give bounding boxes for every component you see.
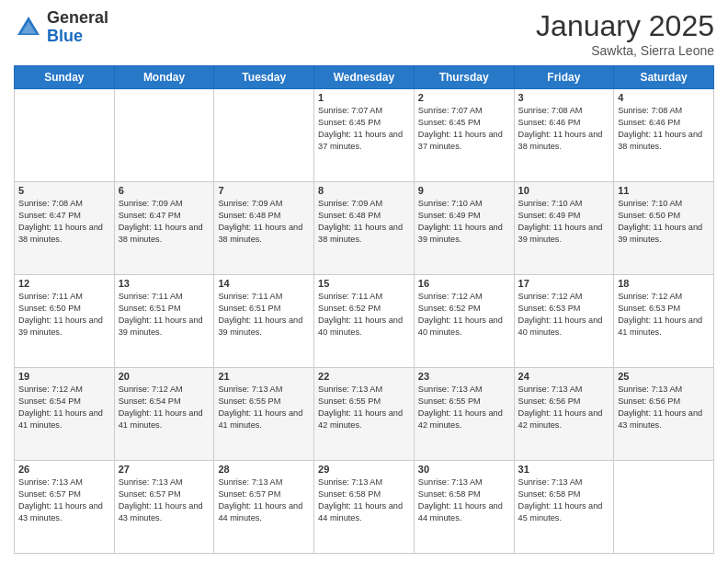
calendar-cell: 24Sunrise: 7:13 AM Sunset: 6:56 PM Dayli… [514, 368, 614, 461]
calendar-cell: 7Sunrise: 7:09 AM Sunset: 6:48 PM Daylig… [214, 182, 314, 275]
day-number: 12 [18, 278, 110, 289]
day-info: Sunrise: 7:13 AM Sunset: 6:55 PM Dayligh… [418, 384, 510, 431]
day-info: Sunrise: 7:13 AM Sunset: 6:56 PM Dayligh… [618, 384, 710, 431]
day-info: Sunrise: 7:08 AM Sunset: 6:46 PM Dayligh… [618, 105, 710, 153]
day-number: 29 [318, 464, 410, 475]
day-info: Sunrise: 7:13 AM Sunset: 6:55 PM Dayligh… [218, 384, 310, 431]
calendar-cell: 8Sunrise: 7:09 AM Sunset: 6:48 PM Daylig… [314, 182, 415, 275]
logo: General Blue [14, 9, 108, 46]
day-number: 3 [518, 92, 610, 103]
day-info: Sunrise: 7:13 AM Sunset: 6:57 PM Dayligh… [18, 477, 110, 524]
calendar-cell [214, 89, 314, 182]
calendar-cell: 23Sunrise: 7:13 AM Sunset: 6:55 PM Dayli… [414, 368, 514, 461]
weekday-header-monday: Monday [114, 66, 214, 89]
day-number: 20 [119, 371, 210, 382]
weekday-header-row: SundayMondayTuesdayWednesdayThursdayFrid… [15, 66, 714, 89]
weekday-header-thursday: Thursday [414, 66, 514, 89]
day-info: Sunrise: 7:12 AM Sunset: 6:54 PM Dayligh… [119, 384, 210, 431]
logo-icon [14, 13, 43, 42]
day-number: 23 [418, 371, 510, 382]
title-block: January 2025 Sawkta, Sierra Leone [536, 9, 714, 58]
day-number: 10 [518, 185, 610, 196]
day-number: 24 [518, 371, 610, 382]
day-info: Sunrise: 7:12 AM Sunset: 6:54 PM Dayligh… [18, 384, 110, 431]
day-number: 25 [618, 371, 710, 382]
day-info: Sunrise: 7:13 AM Sunset: 6:57 PM Dayligh… [218, 477, 310, 524]
day-info: Sunrise: 7:07 AM Sunset: 6:45 PM Dayligh… [418, 105, 510, 153]
logo-text: General Blue [47, 9, 108, 46]
day-number: 15 [318, 278, 410, 289]
day-number: 21 [218, 371, 310, 382]
day-info: Sunrise: 7:13 AM Sunset: 6:58 PM Dayligh… [518, 477, 610, 524]
day-info: Sunrise: 7:07 AM Sunset: 6:45 PM Dayligh… [318, 105, 410, 153]
day-info: Sunrise: 7:13 AM Sunset: 6:56 PM Dayligh… [518, 384, 610, 431]
day-info: Sunrise: 7:10 AM Sunset: 6:50 PM Dayligh… [618, 198, 710, 246]
day-info: Sunrise: 7:11 AM Sunset: 6:52 PM Dayligh… [318, 291, 410, 339]
day-number: 28 [218, 464, 310, 475]
week-row-1: 5Sunrise: 7:08 AM Sunset: 6:47 PM Daylig… [15, 182, 714, 275]
calendar-cell: 25Sunrise: 7:13 AM Sunset: 6:56 PM Dayli… [614, 368, 714, 461]
day-number: 8 [318, 185, 410, 196]
calendar-cell: 11Sunrise: 7:10 AM Sunset: 6:50 PM Dayli… [614, 182, 714, 275]
title-location: Sawkta, Sierra Leone [536, 43, 714, 58]
day-info: Sunrise: 7:11 AM Sunset: 6:50 PM Dayligh… [18, 291, 110, 339]
day-number: 2 [418, 92, 510, 103]
weekday-header-tuesday: Tuesday [214, 66, 314, 89]
calendar-cell: 13Sunrise: 7:11 AM Sunset: 6:51 PM Dayli… [114, 275, 214, 368]
day-number: 7 [218, 185, 310, 196]
calendar-cell: 5Sunrise: 7:08 AM Sunset: 6:47 PM Daylig… [15, 182, 115, 275]
calendar-table: SundayMondayTuesdayWednesdayThursdayFrid… [14, 65, 714, 554]
calendar-cell: 6Sunrise: 7:09 AM Sunset: 6:47 PM Daylig… [114, 182, 214, 275]
day-number: 26 [18, 464, 110, 475]
calendar-cell: 16Sunrise: 7:12 AM Sunset: 6:52 PM Dayli… [414, 275, 514, 368]
day-info: Sunrise: 7:13 AM Sunset: 6:58 PM Dayligh… [418, 477, 510, 524]
week-row-3: 19Sunrise: 7:12 AM Sunset: 6:54 PM Dayli… [15, 368, 714, 461]
calendar-cell: 28Sunrise: 7:13 AM Sunset: 6:57 PM Dayli… [214, 461, 314, 554]
day-info: Sunrise: 7:08 AM Sunset: 6:47 PM Dayligh… [18, 198, 110, 246]
day-info: Sunrise: 7:10 AM Sunset: 6:49 PM Dayligh… [418, 198, 510, 246]
week-row-2: 12Sunrise: 7:11 AM Sunset: 6:50 PM Dayli… [15, 275, 714, 368]
weekday-header-wednesday: Wednesday [314, 66, 415, 89]
calendar-cell: 14Sunrise: 7:11 AM Sunset: 6:51 PM Dayli… [214, 275, 314, 368]
day-info: Sunrise: 7:13 AM Sunset: 6:57 PM Dayligh… [119, 477, 210, 524]
calendar-cell: 22Sunrise: 7:13 AM Sunset: 6:55 PM Dayli… [314, 368, 415, 461]
calendar-cell: 21Sunrise: 7:13 AM Sunset: 6:55 PM Dayli… [214, 368, 314, 461]
calendar-cell: 4Sunrise: 7:08 AM Sunset: 6:46 PM Daylig… [614, 89, 714, 182]
logo-general-text: General [47, 9, 108, 28]
title-month: January 2025 [536, 9, 714, 43]
calendar-cell: 31Sunrise: 7:13 AM Sunset: 6:58 PM Dayli… [514, 461, 614, 554]
calendar-cell: 1Sunrise: 7:07 AM Sunset: 6:45 PM Daylig… [314, 89, 415, 182]
page: General Blue January 2025 Sawkta, Sierra… [0, 0, 728, 563]
day-number: 16 [418, 278, 510, 289]
day-info: Sunrise: 7:12 AM Sunset: 6:52 PM Dayligh… [418, 291, 510, 339]
calendar-cell: 27Sunrise: 7:13 AM Sunset: 6:57 PM Dayli… [114, 461, 214, 554]
calendar-cell: 12Sunrise: 7:11 AM Sunset: 6:50 PM Dayli… [15, 275, 115, 368]
day-number: 30 [418, 464, 510, 475]
day-number: 13 [119, 278, 210, 289]
day-info: Sunrise: 7:12 AM Sunset: 6:53 PM Dayligh… [618, 291, 710, 339]
calendar-cell: 18Sunrise: 7:12 AM Sunset: 6:53 PM Dayli… [614, 275, 714, 368]
calendar-cell: 10Sunrise: 7:10 AM Sunset: 6:49 PM Dayli… [514, 182, 614, 275]
weekday-header-friday: Friday [514, 66, 614, 89]
calendar-cell: 2Sunrise: 7:07 AM Sunset: 6:45 PM Daylig… [414, 89, 514, 182]
logo-blue-text: Blue [47, 28, 108, 46]
day-info: Sunrise: 7:08 AM Sunset: 6:46 PM Dayligh… [518, 105, 610, 153]
day-info: Sunrise: 7:09 AM Sunset: 6:47 PM Dayligh… [119, 198, 210, 246]
day-info: Sunrise: 7:12 AM Sunset: 6:53 PM Dayligh… [518, 291, 610, 339]
calendar-cell: 29Sunrise: 7:13 AM Sunset: 6:58 PM Dayli… [314, 461, 415, 554]
calendar-cell [15, 89, 115, 182]
weekday-header-sunday: Sunday [15, 66, 115, 89]
calendar-cell: 26Sunrise: 7:13 AM Sunset: 6:57 PM Dayli… [15, 461, 115, 554]
day-number: 22 [318, 371, 410, 382]
header: General Blue January 2025 Sawkta, Sierra… [14, 9, 714, 58]
calendar-cell: 15Sunrise: 7:11 AM Sunset: 6:52 PM Dayli… [314, 275, 415, 368]
day-info: Sunrise: 7:09 AM Sunset: 6:48 PM Dayligh… [318, 198, 410, 246]
day-number: 9 [418, 185, 510, 196]
day-number: 18 [618, 278, 710, 289]
day-number: 14 [218, 278, 310, 289]
day-number: 19 [18, 371, 110, 382]
day-info: Sunrise: 7:09 AM Sunset: 6:48 PM Dayligh… [218, 198, 310, 246]
day-number: 31 [518, 464, 610, 475]
day-number: 5 [18, 185, 110, 196]
day-number: 4 [618, 92, 710, 103]
